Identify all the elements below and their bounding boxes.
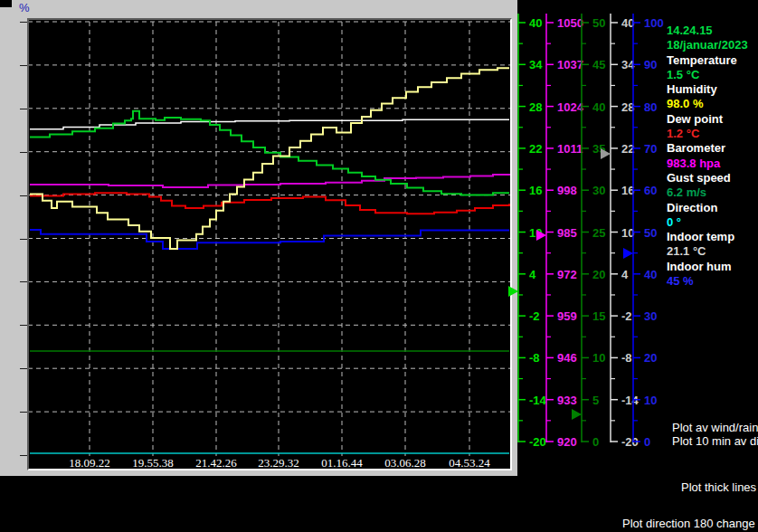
indoor-hum-axis-label: 40	[644, 268, 657, 281]
temperature-axis-label: 34	[529, 58, 543, 71]
readout-value: 6.2 m/s	[667, 185, 757, 200]
readout-items: Temperature1.5 °CHumidity98.0 %Dew point…	[667, 53, 757, 290]
temperature-axis-label: 40	[529, 16, 542, 30]
readout-value: 1.2 °C	[667, 127, 757, 141]
barometer-axis-label: 972	[557, 268, 577, 281]
y-axis-tick	[20, 152, 27, 153]
temperature-axis-label: -8	[529, 351, 540, 365]
barometer-axis-label: 1037	[557, 58, 583, 71]
barometer-axis-label: 1050	[557, 16, 583, 30]
temperature-axis-label: -14	[529, 394, 547, 407]
barometer-axis-label: 1024	[557, 100, 584, 114]
wind-speed-axis-label: 5	[592, 394, 599, 407]
y-axis-tick	[20, 65, 27, 66]
y-axis-tick	[20, 281, 27, 282]
temperature-axis-label: 22	[529, 142, 542, 156]
indoor-temp-axis-label: -8	[621, 351, 632, 365]
indoor-hum-axis-label: 90	[644, 58, 657, 71]
temperature-axis-label: -20	[529, 435, 546, 449]
indoor-hum-axis-label: 100	[644, 16, 664, 30]
readout-value: 983.8 hpa	[667, 157, 757, 171]
wind-speed-axis-label: 50	[592, 16, 605, 30]
temperature-axis-label: 4	[529, 268, 536, 281]
x-axis-time-labels: 18.09.2219.55.3821.42.2623.29.3201.16.44…	[29, 456, 510, 469]
window-corner-notch	[0, 0, 12, 7]
barometer-axis-label: 959	[557, 309, 577, 323]
barometer-axis-label: 1011	[557, 142, 583, 156]
readout-label: Indoor temp	[667, 230, 757, 244]
barometer-axis-label: 985	[557, 226, 577, 240]
barometer-axis-label: 946	[557, 351, 577, 365]
time-label: 03.06.28	[384, 456, 426, 470]
readout-label: Gust speed	[667, 171, 757, 185]
clock-time: 14.24.15	[667, 24, 757, 38]
readout-label: Direction	[667, 201, 757, 215]
dew-point-line	[30, 193, 509, 214]
y-axis-tick	[20, 109, 27, 109]
temperature-line	[30, 111, 509, 195]
time-label: 23.29.32	[258, 456, 299, 470]
wind-speed-axis-current-marker	[572, 409, 582, 420]
temperature-axis-label: 16	[529, 184, 542, 197]
wind-speed-axis-label: 10	[592, 351, 605, 365]
wind-speed-axis-label: 0	[592, 435, 599, 449]
indoor-temp-axis-current-marker	[601, 148, 611, 159]
readout-label: Temperature	[667, 53, 757, 68]
wind-speed-axis-label: 15	[592, 309, 605, 323]
barometer-axis-label: 920	[557, 435, 577, 449]
indoor-hum-axis-label: 20	[644, 351, 657, 365]
indoor-hum-axis-label: 0	[644, 435, 650, 449]
wind-speed-axis-label: 25	[592, 226, 605, 240]
indoor-temp-axis-label: -2	[621, 309, 632, 323]
y-axis-tick	[20, 239, 27, 240]
time-label: 18.09.22	[69, 456, 110, 470]
clock-date: 18/januar/2023	[667, 38, 757, 52]
barometer-axis: 1050103710241011998985972959946933920	[536, 14, 584, 449]
plot-area	[29, 21, 510, 456]
time-label: 21.42.26	[195, 456, 237, 470]
temperature-axis-label: 28	[529, 100, 542, 114]
wind-speed-axis-label: 40	[592, 100, 605, 114]
temperature-axis: 4034282216104-2-8-14-20	[508, 14, 547, 449]
indoor-hum-axis-label: 80	[644, 100, 657, 114]
indoor-temp-axis-label: 4	[621, 268, 629, 281]
time-label: 04.53.24	[449, 456, 490, 470]
readout-label: Dew point	[667, 112, 757, 127]
option-plot-thick-lines[interactable]: Plot thick lines	[681, 480, 756, 494]
readout-value: 45 %	[667, 274, 757, 289]
gridlines	[29, 22, 510, 456]
y-axis-tick	[20, 368, 27, 369]
readout-label: Barometer	[667, 141, 757, 156]
time-label: 19.55.38	[132, 456, 174, 470]
indoor-hum-axis-label: 60	[644, 184, 657, 197]
option-plot-av-wind-rain[interactable]: Plot av wind/rain	[672, 421, 758, 434]
humidity-line	[30, 68, 509, 249]
y-axis-tick	[20, 412, 27, 413]
wind-speed-axis-label: 30	[592, 184, 605, 197]
y-axis-tick	[20, 22, 27, 23]
readout-panel: 14.24.15 18/januar/2023 Temperature1.5 °…	[667, 24, 757, 289]
indoor-hum-axis-current-marker	[623, 248, 633, 259]
readout-value: 1.5 °C	[667, 68, 757, 82]
temperature-axis-label: -2	[529, 309, 540, 323]
readout-label: Indoor hum	[667, 260, 757, 274]
indoor-hum-axis-label: 70	[644, 142, 657, 156]
indoor-hum-line	[30, 230, 509, 249]
indoor-hum-axis-label: 50	[644, 226, 657, 240]
barometer-axis-label: 998	[557, 184, 577, 197]
readout-label: Humidity	[667, 82, 757, 97]
readout-value: 98.0 %	[667, 97, 757, 111]
y-axis-tick	[20, 325, 27, 326]
indoor-hum-axis-label: 30	[644, 309, 657, 323]
time-label: 01.16.44	[321, 456, 363, 470]
wind-speed-axis-label: 45	[592, 58, 605, 71]
wind-speed-axis-label: 20	[592, 268, 605, 281]
app-background: % 1009080706050403020100 18.09.2219.55.3…	[0, 0, 758, 532]
barometer-line	[30, 174, 509, 187]
option-plot-10-min-av-dir[interactable]: Plot 10 min av dir	[672, 434, 758, 448]
barometer-axis-label: 933	[557, 394, 577, 407]
readout-value: 21.1 °C	[667, 244, 757, 259]
option-plot-direction-180-change[interactable]: Plot direction 180 change	[622, 517, 755, 530]
indoor-hum-axis-label: 10	[644, 394, 657, 407]
y-axis-unit: %	[19, 1, 33, 14]
